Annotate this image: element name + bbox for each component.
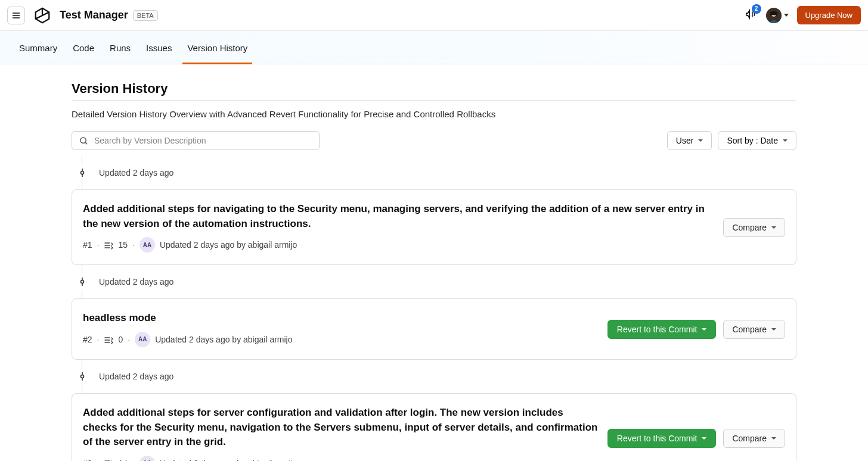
steps-count: 14 — [118, 459, 128, 461]
version-title: Added additional steps for server config… — [83, 406, 598, 450]
revert-label: Revert to this Commit — [617, 325, 698, 334]
card-content: headless mode#2·0·AAUpdated 2 days ago b… — [83, 311, 598, 347]
title-area: Test Manager BETA — [60, 9, 158, 21]
marker-text: Updated 2 days ago — [99, 277, 173, 286]
svg-point-3 — [81, 172, 84, 175]
commit-icon — [78, 275, 87, 289]
card-actions: Revert to this CommitCompare — [607, 429, 785, 448]
tab-code[interactable]: Code — [73, 31, 94, 64]
sort-button[interactable]: Sort by : Date — [718, 131, 796, 150]
search-icon — [79, 136, 88, 145]
svg-point-5 — [81, 375, 84, 378]
header-left: Test Manager BETA — [7, 7, 158, 24]
version-id: #2 — [83, 335, 92, 344]
tabs-bar: SummaryCodeRunsIssuesVersion History — [0, 31, 868, 64]
separator: · — [97, 240, 100, 250]
separator: · — [128, 335, 130, 344]
compare-label: Compare — [732, 223, 767, 232]
marker-text: Updated 2 days ago — [99, 168, 173, 177]
timeline-line — [72, 181, 796, 189]
caret-down-icon — [702, 437, 706, 440]
card-content: Added additional steps for navigating to… — [83, 202, 714, 253]
separator: · — [132, 459, 135, 461]
chevron-down-icon — [784, 14, 789, 17]
separator: · — [132, 240, 135, 250]
version-meta: #3·14·AAUpdated 2 days ago by abigail ar… — [83, 456, 598, 461]
toolbar: User Sort by : Date — [72, 131, 796, 150]
search-box[interactable] — [72, 131, 320, 150]
compare-label: Compare — [732, 434, 767, 443]
user-chip: AA — [135, 332, 150, 347]
version-title: headless mode — [83, 311, 598, 326]
avatar — [766, 8, 782, 23]
user-chip: AA — [140, 237, 155, 253]
card-actions: Revert to this CommitCompare — [607, 320, 785, 339]
app-title: Test Manager — [60, 9, 128, 21]
tab-summary[interactable]: Summary — [19, 31, 57, 64]
commit-marker: Updated 2 days ago — [72, 273, 796, 290]
svg-point-2 — [80, 137, 86, 142]
search-input[interactable] — [94, 136, 312, 145]
updated-by: Updated 2 days ago by abigail armijo — [160, 459, 297, 461]
svg-point-4 — [81, 281, 84, 284]
commit-marker: Updated 2 days ago — [72, 368, 796, 385]
compare-button[interactable]: Compare — [723, 320, 785, 339]
toolbar-right: User Sort by : Date — [667, 131, 796, 150]
steps-count: 15 — [118, 240, 128, 250]
revert-button[interactable]: Revert to this Commit — [607, 429, 717, 448]
commit-icon — [78, 369, 87, 384]
timeline-line — [72, 385, 796, 393]
timeline-line — [72, 290, 796, 298]
beta-badge: BETA — [133, 10, 158, 21]
timeline-line — [72, 360, 796, 368]
app-logo[interactable] — [33, 7, 51, 24]
app-header: Test Manager BETA 2 Upgrade Now — [0, 0, 868, 31]
tab-runs[interactable]: Runs — [110, 31, 131, 64]
version-card[interactable]: Added additional steps for server config… — [72, 393, 796, 461]
timeline-line — [72, 265, 796, 273]
compare-button[interactable]: Compare — [723, 429, 785, 448]
logo-icon — [33, 7, 51, 24]
revert-label: Revert to this Commit — [617, 434, 698, 443]
timeline-item: Updated 2 days agoAdded additional steps… — [72, 368, 796, 461]
caret-down-icon — [702, 328, 706, 331]
card-content: Added additional steps for server config… — [83, 406, 598, 461]
hamburger-icon — [11, 11, 21, 20]
user-menu[interactable] — [766, 8, 789, 23]
version-id: #3 — [83, 459, 92, 461]
page-title: Version History — [72, 81, 796, 96]
version-id: #1 — [83, 240, 92, 250]
upgrade-button[interactable]: Upgrade Now — [797, 6, 861, 24]
steps-count: 0 — [118, 335, 123, 344]
notifications-button[interactable]: 2 — [745, 8, 758, 23]
updated-by: Updated 2 days ago by abigail armijo — [155, 335, 292, 344]
user-chip: AA — [140, 456, 155, 461]
commit-icon — [78, 166, 87, 180]
version-card[interactable]: headless mode#2·0·AAUpdated 2 days ago b… — [72, 298, 796, 360]
menu-button[interactable] — [7, 7, 25, 24]
divider — [72, 100, 796, 101]
timeline-item: Updated 2 days agoAdded additional steps… — [72, 164, 796, 273]
tab-issues[interactable]: Issues — [146, 31, 172, 64]
header-right: 2 Upgrade Now — [745, 6, 861, 24]
version-title: Added additional steps for navigating to… — [83, 202, 714, 231]
card-actions: Compare — [723, 218, 785, 237]
separator: · — [97, 335, 100, 344]
user-filter-button[interactable]: User — [667, 131, 712, 150]
compare-button[interactable]: Compare — [723, 218, 785, 237]
steps-icon — [104, 334, 113, 344]
commit-marker: Updated 2 days ago — [72, 164, 796, 181]
version-meta: #1·15·AAUpdated 2 days ago by abigail ar… — [83, 237, 714, 253]
tab-version-history[interactable]: Version History — [187, 31, 247, 64]
separator: · — [97, 459, 100, 461]
revert-button[interactable]: Revert to this Commit — [607, 320, 717, 339]
caret-down-icon — [783, 139, 788, 142]
user-filter-label: User — [676, 136, 694, 145]
version-card[interactable]: Added additional steps for navigating to… — [72, 189, 796, 265]
caret-down-icon — [698, 139, 703, 142]
main-content: Version History Detailed Version History… — [24, 64, 844, 461]
marker-text: Updated 2 days ago — [99, 372, 173, 381]
caret-down-icon — [771, 328, 776, 331]
version-meta: #2·0·AAUpdated 2 days ago by abigail arm… — [83, 332, 598, 347]
caret-down-icon — [771, 226, 776, 229]
